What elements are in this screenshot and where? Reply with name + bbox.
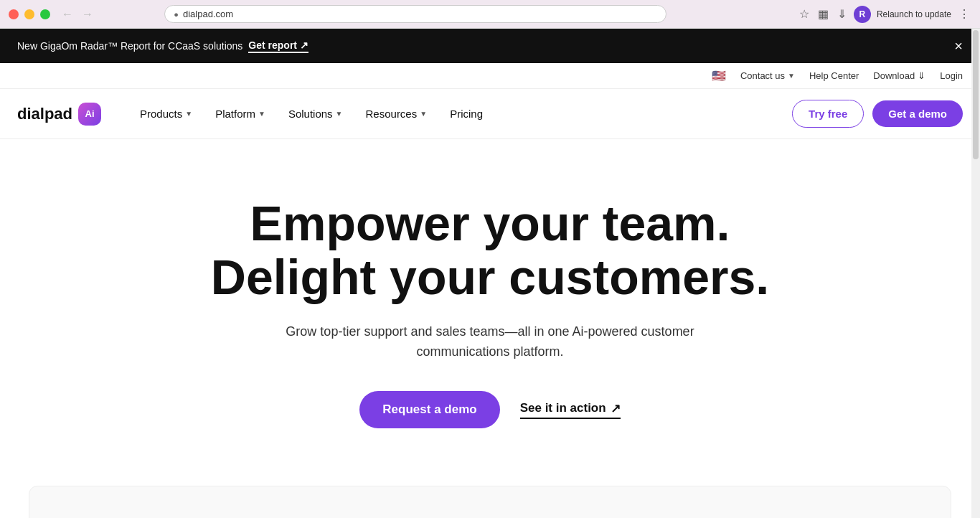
hero-actions: Request a demo See it in action ↗	[359, 391, 620, 428]
nav-items: Products ▼ Platform ▼ Solutions ▼ Resour…	[130, 102, 792, 126]
request-demo-button[interactable]: Request a demo	[359, 391, 499, 428]
hero-title-line1: Empower your team.	[250, 196, 730, 250]
profile-button[interactable]: R	[854, 6, 871, 23]
products-chevron-icon: ▼	[185, 110, 192, 118]
menu-icon[interactable]: ⋮	[957, 6, 971, 22]
maximize-button[interactable]	[40, 9, 50, 19]
address-bar[interactable]: ● dialpad.com	[164, 5, 666, 23]
login-label: Login	[940, 70, 963, 81]
nav-pricing[interactable]: Pricing	[440, 102, 493, 126]
extensions-icon[interactable]: ▦	[816, 6, 830, 22]
flag-icon: 🇺🇸	[712, 69, 726, 83]
scrollbar-thumb[interactable]	[973, 30, 979, 159]
minimize-button[interactable]	[24, 9, 34, 19]
nav-products[interactable]: Products ▼	[130, 102, 202, 126]
download-icon[interactable]: ⇓	[836, 6, 848, 22]
contact-us-label: Contact us	[740, 70, 785, 81]
url-text: dialpad.com	[183, 9, 233, 19]
solutions-chevron-icon: ▼	[336, 110, 343, 118]
contact-chevron-icon: ▼	[788, 72, 795, 80]
login-item[interactable]: Login	[940, 70, 963, 81]
hero-title: Empower your team. Delight your customer…	[211, 197, 769, 304]
download-arrow-icon: ⇓	[918, 70, 925, 81]
banner-message: New GigaOm Radar™ Report for CCaaS solut…	[17, 40, 242, 52]
get-demo-button[interactable]: Get a demo	[872, 100, 963, 127]
close-button[interactable]	[9, 9, 19, 19]
try-free-button[interactable]: Try free	[792, 100, 864, 128]
main-nav: dialpad Ai Products ▼ Platform ▼ Solutio…	[0, 89, 980, 139]
star-icon[interactable]: ☆	[798, 6, 811, 22]
security-icon: ●	[174, 10, 179, 19]
contact-us-item[interactable]: Contact us ▼	[740, 70, 795, 81]
utility-bar: 🇺🇸 Contact us ▼ Help Center Download ⇓ L…	[0, 63, 980, 89]
nav-platform[interactable]: Platform ▼	[205, 102, 275, 126]
browser-actions: ☆ ▦ ⇓ R Relaunch to update ⋮	[798, 6, 971, 23]
hero-subtitle: Grow top-tier support and sales teams—al…	[246, 321, 734, 363]
browser-chrome: ← → ● dialpad.com ☆ ▦ ⇓ R Relaunch to up…	[0, 0, 980, 29]
hero-title-line2: Delight your customers.	[211, 250, 769, 304]
relaunch-button[interactable]: Relaunch to update	[877, 9, 951, 19]
announcement-banner: New GigaOm Radar™ Report for CCaaS solut…	[0, 29, 980, 63]
nav-actions: Try free Get a demo	[792, 100, 963, 128]
banner-text: New GigaOm Radar™ Report for CCaaS solut…	[17, 39, 308, 53]
see-in-action-link[interactable]: See it in action ↗	[520, 401, 621, 419]
back-button[interactable]: ←	[59, 6, 76, 22]
scrollbar[interactable]	[971, 29, 980, 518]
preview-container	[29, 486, 951, 518]
download-label: Download	[873, 70, 915, 81]
hero-section: Empower your team. Delight your customer…	[0, 139, 980, 471]
download-item[interactable]: Download ⇓	[873, 70, 925, 81]
forward-button[interactable]: →	[79, 6, 96, 22]
logo-ai-badge: Ai	[78, 103, 101, 126]
nav-resources[interactable]: Resources ▼	[356, 102, 438, 126]
flag-item[interactable]: 🇺🇸	[712, 69, 726, 83]
banner-link[interactable]: Get report ↗	[248, 39, 308, 53]
nav-solutions[interactable]: Solutions ▼	[278, 102, 353, 126]
platform-chevron-icon: ▼	[258, 110, 265, 118]
logo-text: dialpad	[17, 105, 72, 123]
banner-close-button[interactable]: ×	[954, 39, 963, 53]
logo[interactable]: dialpad Ai	[17, 103, 101, 126]
help-center-label: Help Center	[809, 70, 859, 81]
resources-chevron-icon: ▼	[420, 110, 427, 118]
help-center-item[interactable]: Help Center	[809, 70, 859, 81]
